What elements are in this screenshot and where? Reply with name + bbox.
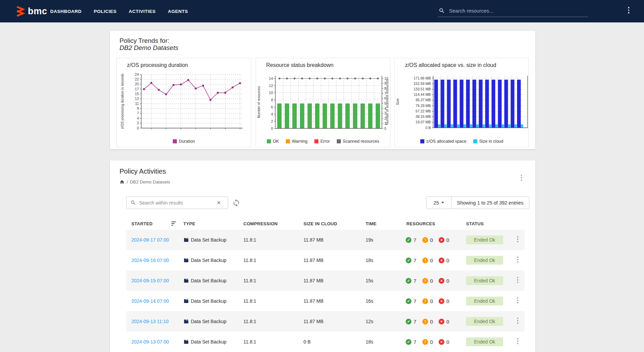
breadcrumb-current: DB2 Demo Datasets	[130, 179, 170, 184]
allocated-space-chart: 171.66 MB152.59 MB133.51 MB114.44 MB95.3…	[395, 70, 529, 137]
column-header-type[interactable]: TYPE	[183, 217, 195, 230]
ok-circle-icon: ✓	[406, 237, 411, 243]
svg-text:8: 8	[271, 98, 273, 102]
primary-nav: DASHBOARD POLICIES ACTIVITIES AGENTS	[50, 0, 188, 22]
svg-text:2: 2	[137, 121, 139, 125]
status-badge: Ended Ok	[466, 297, 503, 305]
started-link[interactable]: 2024-09-15 07:00	[131, 270, 169, 291]
warning-circle-icon: !	[422, 339, 428, 345]
nav-item-policies[interactable]: POLICIES	[94, 9, 116, 14]
error-circle-icon: ×	[439, 319, 444, 324]
svg-text:Number of scanned resources: Number of scanned resources	[385, 80, 389, 125]
legend-label: Error	[320, 139, 330, 144]
legend-label: z/OS allocated space	[426, 139, 466, 144]
svg-text:24: 24	[135, 72, 139, 76]
entries-summary: Showing 1 to 25 of 392 entries	[452, 197, 529, 209]
column-header-status[interactable]: STATUS	[466, 217, 484, 230]
started-link[interactable]: 2024-09-14 07:00	[131, 291, 169, 311]
row-kebab-menu-icon[interactable]	[515, 277, 520, 284]
svg-text:152.59 MB: 152.59 MB	[413, 82, 431, 86]
sort-icon[interactable]	[171, 222, 177, 226]
compression-value: 11.8:1	[243, 311, 256, 332]
legend-label: Scanned resources	[343, 139, 380, 144]
nav-item-activities[interactable]: ACTIVITIES	[129, 9, 155, 14]
page-size-dropdown[interactable]: 25	[426, 197, 452, 209]
clear-search-icon[interactable]	[213, 200, 224, 205]
home-icon[interactable]	[119, 179, 125, 184]
global-search	[438, 5, 588, 17]
status-badge: Ended Ok	[466, 337, 503, 346]
type-label: Data Set Backup	[191, 291, 226, 311]
row-kebab-menu-icon[interactable]	[515, 236, 520, 244]
warning-circle-icon: !	[422, 278, 428, 284]
chart-title-resource-status: Resource status breakdown	[266, 62, 333, 68]
ok-circle-icon: ✓	[406, 258, 411, 263]
started-link[interactable]: 2024-09-16 07:00	[131, 250, 169, 270]
table-header-row: STARTEDTYPECOMPRESSIONSIZE IN CLOUDTIMER…	[126, 217, 525, 230]
resources-error-count: 0	[446, 250, 449, 270]
svg-text:10: 10	[269, 91, 273, 95]
nav-kebab-menu-icon[interactable]	[626, 7, 631, 16]
svg-text:133.51 MB: 133.51 MB	[413, 87, 431, 91]
nav-item-dashboard[interactable]: DASHBOARD	[50, 9, 81, 14]
resources-warning-count: 0	[430, 311, 433, 332]
resources-ok-count: 7	[413, 250, 416, 270]
started-link[interactable]: 2024-09-13 07:00	[131, 332, 169, 352]
activities-kebab-menu-icon[interactable]	[519, 175, 524, 183]
svg-text:0 B: 0 B	[425, 126, 431, 130]
allocated-space-legend: z/OS allocated spaceSize in cloud	[395, 139, 529, 144]
dataset-folder-icon	[184, 250, 189, 270]
resources-error-count: 0	[446, 311, 449, 332]
duration-chart-legend: Duration	[117, 139, 251, 144]
time-value: 18s	[366, 250, 373, 270]
search-icon	[130, 200, 136, 206]
nav-item-agents[interactable]: AGENTS	[168, 9, 188, 14]
column-header-compression[interactable]: COMPRESSION	[243, 217, 278, 230]
resources-ok-count: 7	[413, 332, 416, 352]
status-badge: Ended Ok	[466, 256, 503, 265]
column-header-started[interactable]: STARTED	[131, 217, 153, 230]
svg-text:7: 7	[137, 111, 139, 115]
row-kebab-menu-icon[interactable]	[515, 338, 520, 346]
status-badge: Ended Ok	[466, 317, 503, 326]
error-circle-icon: ×	[439, 258, 444, 263]
type-label: Data Set Backup	[191, 270, 226, 291]
column-header-resources[interactable]: RESOURCES	[406, 217, 435, 230]
row-kebab-menu-icon[interactable]	[515, 318, 520, 325]
svg-text:z/OS processing duration in s: z/OS processing duration in seconds	[121, 74, 124, 129]
ok-circle-icon: ✓	[406, 278, 411, 284]
resources-ok-count: 7	[413, 291, 416, 311]
resources-warning-icon: !	[422, 230, 428, 250]
resources-error-icon: ×	[439, 291, 444, 311]
column-header-size-in-cloud[interactable]: SIZE IN CLOUD	[303, 217, 337, 230]
results-search-input[interactable]	[139, 200, 210, 206]
resources-error-icon: ×	[439, 230, 444, 250]
search-icon	[439, 7, 445, 14]
legend-label: OK	[273, 139, 279, 144]
legend-item-z-os-allocated-space: z/OS allocated space	[420, 139, 466, 144]
resources-error-count: 0	[446, 270, 449, 291]
resources-ok-count: 7	[413, 311, 416, 332]
resources-warning-icon: !	[422, 270, 428, 291]
status-badge: Ended Ok	[466, 276, 503, 285]
resources-ok-icon: ✓	[406, 291, 411, 311]
chart-panel-allocated-space: z/OS allocated space vs. size in cloud 1…	[394, 58, 529, 147]
refresh-icon[interactable]	[232, 199, 240, 207]
row-kebab-menu-icon[interactable]	[515, 257, 520, 264]
svg-text:14: 14	[269, 76, 273, 81]
started-link[interactable]: 2024-09-13 11:10	[131, 311, 169, 332]
bmc-logo[interactable]: bmc	[16, 0, 47, 22]
column-header-time[interactable]: TIME	[366, 217, 376, 230]
duration-line-chart: 2422201715131197420z/OS processing durat…	[117, 70, 252, 137]
type-label: Data Set Backup	[191, 311, 226, 332]
legend-swatch	[420, 139, 424, 143]
bmc-logo-text: bmc	[28, 7, 47, 16]
compression-value: 11.8:1	[243, 332, 256, 352]
global-search-input[interactable]	[449, 8, 588, 14]
svg-text:76.29 MB: 76.29 MB	[416, 104, 431, 108]
error-circle-icon: ×	[439, 298, 444, 304]
svg-text:20: 20	[135, 82, 139, 86]
row-kebab-menu-icon[interactable]	[515, 297, 520, 305]
started-link[interactable]: 2024-09-17 07:00	[131, 230, 169, 250]
status-badge: Ended Ok	[466, 235, 503, 244]
